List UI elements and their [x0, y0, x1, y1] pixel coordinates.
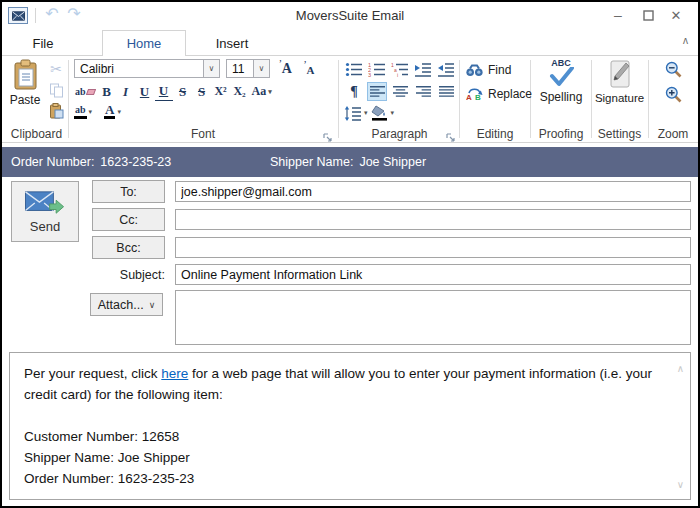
attach-button[interactable]: Attach... ∨	[90, 293, 163, 316]
decrease-indent-button[interactable]	[413, 60, 433, 79]
order-number-value: 1623-235-23	[100, 155, 171, 169]
editing-group-label: Editing	[460, 127, 530, 141]
align-center-icon	[393, 85, 408, 98]
paint-bucket-icon	[371, 105, 389, 121]
dropdown-arrow-icon: ▾	[268, 88, 272, 96]
font-color-button[interactable]: A▾	[104, 104, 121, 119]
tab-file[interactable]: File	[20, 31, 66, 56]
ribbon-tab-row: File Home Insert ʌ	[2, 29, 698, 56]
abc-text: ABC	[551, 59, 571, 67]
to-button[interactable]: To:	[92, 180, 165, 203]
signature-icon	[607, 59, 633, 89]
shrink-font-button[interactable]: ʼ A	[301, 62, 318, 76]
customer-number-line: Customer Number: 12658	[24, 426, 666, 447]
shipper-name-value: Joe Shipper	[359, 155, 426, 169]
align-left-button[interactable]	[367, 82, 387, 101]
svg-text:3: 3	[368, 72, 371, 77]
bullet-list-icon	[345, 62, 363, 77]
cc-button[interactable]: Cc:	[92, 208, 165, 231]
line-spacing-button[interactable]: ▾	[344, 106, 368, 121]
payment-link[interactable]: here	[161, 366, 188, 381]
signature-button[interactable]: Signature	[592, 59, 647, 104]
zoom-out-icon	[665, 61, 682, 78]
bcc-input[interactable]	[175, 237, 691, 258]
chevron-down-icon[interactable]: ∨	[253, 60, 269, 77]
signature-label: Signature	[595, 92, 644, 104]
subject-input[interactable]	[175, 264, 691, 285]
group-proofing: ABC Spelling Proofing	[532, 57, 590, 142]
group-separator	[338, 60, 339, 138]
maximize-button[interactable]	[634, 5, 662, 25]
proofing-group-label: Proofing	[532, 127, 590, 141]
paste-special-icon[interactable]	[47, 102, 65, 120]
group-paragraph: 1 2 3 1 a i	[340, 57, 459, 142]
underline-button[interactable]: U	[136, 82, 154, 101]
cc-input[interactable]	[175, 209, 691, 230]
increase-indent-button[interactable]	[436, 60, 456, 79]
grow-font-letter: A	[282, 61, 292, 77]
zoom-in-icon	[665, 86, 682, 103]
clear-formatting-button[interactable]: ab	[73, 82, 97, 101]
text-highlight-button[interactable]: ab▾	[74, 104, 92, 119]
justify-button[interactable]	[436, 82, 456, 101]
scroll-down-icon[interactable]: ∨	[677, 474, 684, 495]
bcc-button[interactable]: Bcc:	[92, 236, 165, 259]
replace-label: Replace	[488, 87, 532, 101]
italic-button[interactable]: I	[117, 82, 135, 101]
zoom-in-button[interactable]	[665, 86, 682, 107]
font-size-combobox[interactable]: 11 ∨	[226, 59, 270, 78]
bold-button[interactable]: B	[98, 82, 116, 101]
subject-label: Subject:	[82, 268, 165, 282]
find-button[interactable]: Find	[466, 63, 511, 77]
spelling-button[interactable]: ABC Spelling	[532, 59, 590, 104]
strikethrough-button[interactable]: S	[174, 82, 192, 101]
paste-label: Paste	[10, 93, 41, 107]
send-button[interactable]: Send	[11, 181, 79, 242]
chevron-down-icon[interactable]: ∨	[203, 60, 219, 77]
attachments-box[interactable]	[175, 290, 691, 345]
cut-icon[interactable]: ✂	[47, 60, 65, 78]
grow-font-button[interactable]: ʼ A	[276, 61, 295, 77]
copy-icon[interactable]	[47, 81, 65, 99]
scroll-up-icon[interactable]: ∧	[677, 358, 684, 379]
increase-indent-icon	[437, 62, 455, 77]
show-paragraph-marks-button[interactable]: ¶	[344, 82, 364, 101]
message-body-editor[interactable]: Per your request, click here for a web p…	[9, 352, 691, 500]
tab-insert[interactable]: Insert	[202, 31, 262, 56]
close-button[interactable]: ✕	[662, 5, 690, 25]
multilevel-list-icon: 1 a i	[391, 62, 409, 77]
double-underline-button[interactable]: U	[155, 82, 173, 101]
font-name-value: Calibri	[75, 60, 203, 77]
replace-icon: A B	[466, 86, 483, 101]
decrease-indent-icon	[414, 62, 432, 77]
tab-home[interactable]: Home	[102, 30, 186, 56]
align-right-button[interactable]	[413, 82, 433, 101]
font-name-combobox[interactable]: Calibri ∨	[74, 59, 220, 78]
eraser-icon	[85, 89, 95, 95]
copy-pages-icon	[49, 83, 64, 98]
zoom-out-button[interactable]	[665, 61, 682, 82]
collapse-ribbon-icon[interactable]: ʌ	[683, 35, 688, 46]
change-case-button[interactable]: Aa▾	[250, 82, 274, 101]
multilevel-list-button[interactable]: 1 a i	[390, 60, 410, 79]
change-case-label: Aa	[252, 84, 267, 99]
highlight-glyph: ab	[74, 104, 87, 119]
to-input[interactable]	[175, 181, 691, 202]
numbered-list-button[interactable]: 1 2 3	[367, 60, 387, 79]
align-center-button[interactable]	[390, 82, 410, 101]
minimize-button[interactable]: –	[604, 5, 632, 25]
bullet-list-button[interactable]	[344, 60, 364, 79]
body-paragraph: Per your request, click here for a web p…	[24, 363, 666, 405]
double-strikethrough-button[interactable]: S	[193, 82, 211, 101]
maximize-icon	[643, 10, 654, 21]
zoom-group-label: Zoom	[649, 127, 697, 141]
paste-button[interactable]: Paste	[7, 59, 43, 123]
subscript-button[interactable]: X₂	[231, 82, 249, 101]
numbered-list-icon: 1 2 3	[368, 62, 386, 77]
shading-button[interactable]: ▾	[371, 105, 395, 121]
replace-button[interactable]: A B Replace	[466, 86, 532, 101]
group-zoom: Zoom	[649, 57, 697, 142]
send-envelope-icon	[24, 190, 66, 216]
shrink-font-letter: A	[306, 64, 314, 76]
superscript-button[interactable]: X²	[212, 82, 230, 101]
